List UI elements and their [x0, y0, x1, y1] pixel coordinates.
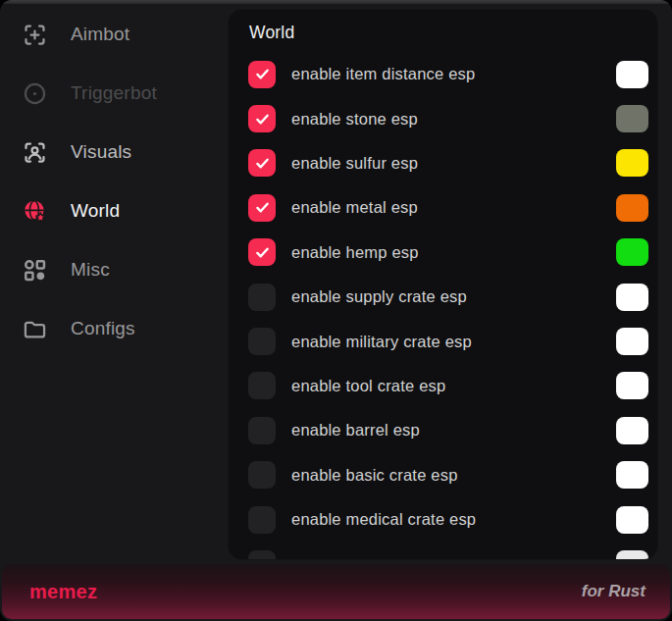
- esp-checkbox[interactable]: [248, 105, 276, 132]
- shapes-grid-icon: [22, 257, 48, 284]
- esp-label: enable basic crate esp: [291, 466, 458, 485]
- folder-icon: [22, 316, 48, 342]
- esp-label: enable barrel esp: [291, 421, 420, 440]
- esp-color-swatch[interactable]: [616, 417, 648, 444]
- esp-label: enable item distance esp: [291, 65, 475, 83]
- esp-row-10[interactable]: enable medical crate esp: [229, 497, 657, 542]
- sidebar-item-label: Visuals: [71, 141, 131, 163]
- footer-bar: memez for Rust: [2, 564, 670, 619]
- sidebar: Aimbot Triggerbot Visuals World Misc Con…: [0, 5, 229, 358]
- esp-color-swatch[interactable]: [616, 284, 648, 311]
- esp-checkbox[interactable]: [248, 194, 276, 222]
- sidebar-item-label: Triggerbot: [71, 82, 157, 104]
- esp-label: enable stone esp: [291, 110, 418, 129]
- sidebar-item-misc[interactable]: Misc: [0, 240, 229, 299]
- esp-label: enable hemp esp: [291, 243, 419, 262]
- esp-color-swatch[interactable]: [616, 372, 648, 399]
- esp-color-swatch[interactable]: [616, 461, 648, 489]
- esp-color-swatch[interactable]: [616, 61, 648, 88]
- esp-row-11[interactable]: [229, 542, 657, 559]
- sidebar-item-triggerbot[interactable]: Triggerbot: [0, 64, 229, 123]
- esp-row-8[interactable]: enable barrel esp: [229, 408, 657, 452]
- esp-color-swatch[interactable]: [616, 506, 648, 534]
- esp-row-9[interactable]: enable basic crate esp: [229, 453, 657, 497]
- esp-checkbox[interactable]: [248, 506, 276, 534]
- esp-color-swatch[interactable]: [616, 238, 648, 266]
- sidebar-item-visuals[interactable]: Visuals: [0, 123, 229, 181]
- globe-star-icon: [22, 198, 48, 225]
- sidebar-item-world[interactable]: World: [0, 181, 229, 240]
- esp-color-swatch[interactable]: [616, 105, 648, 132]
- sidebar-item-label: Configs: [71, 318, 135, 339]
- check-icon: [254, 199, 271, 216]
- esp-color-swatch[interactable]: [616, 550, 648, 559]
- esp-label: enable metal esp: [291, 198, 418, 217]
- menu-window: Aimbot Triggerbot Visuals World Misc Con…: [0, 0, 672, 621]
- esp-row-4[interactable]: enable hemp esp: [229, 231, 657, 275]
- esp-row-3[interactable]: enable metal esp: [229, 185, 657, 230]
- app-window: Aimbot Triggerbot Visuals World Misc Con…: [0, 0, 672, 621]
- esp-label: enable tool crate esp: [291, 377, 445, 395]
- user-scan-icon: [22, 139, 48, 166]
- esp-color-swatch[interactable]: [616, 328, 648, 355]
- esp-checkbox[interactable]: [248, 149, 276, 177]
- esp-checkbox[interactable]: [248, 238, 276, 266]
- esp-checkbox[interactable]: [248, 328, 276, 355]
- esp-row-6[interactable]: enable military crate esp: [229, 319, 657, 363]
- esp-checkbox[interactable]: [248, 461, 276, 489]
- panel-title: World: [249, 23, 657, 43]
- esp-rows: enable item distance esp enable stone es…: [229, 52, 657, 559]
- esp-label: enable military crate esp: [291, 333, 472, 351]
- esp-checkbox[interactable]: [248, 372, 276, 399]
- sidebar-item-label: Misc: [71, 259, 110, 281]
- esp-color-swatch[interactable]: [616, 194, 648, 222]
- esp-checkbox[interactable]: [248, 417, 276, 444]
- esp-row-1[interactable]: enable stone esp: [229, 96, 657, 140]
- esp-color-swatch[interactable]: [616, 149, 648, 177]
- sidebar-item-label: Aimbot: [71, 24, 129, 45]
- esp-checkbox[interactable]: [248, 550, 276, 559]
- brand-name: memez: [29, 581, 97, 603]
- check-icon: [254, 111, 271, 128]
- sidebar-item-configs[interactable]: Configs: [0, 299, 229, 358]
- esp-label: enable sulfur esp: [291, 154, 418, 173]
- circle-dot-icon: [22, 80, 48, 107]
- esp-row-0[interactable]: enable item distance esp: [229, 52, 657, 96]
- sidebar-item-label: World: [71, 200, 120, 222]
- sidebar-item-aimbot[interactable]: Aimbot: [0, 5, 229, 64]
- brand-tagline: for Rust: [582, 582, 646, 601]
- esp-row-2[interactable]: enable sulfur esp: [229, 141, 657, 185]
- check-icon: [254, 155, 271, 172]
- esp-label: enable supply crate esp: [291, 287, 467, 306]
- esp-row-5[interactable]: enable supply crate esp: [229, 275, 657, 319]
- check-icon: [254, 66, 271, 82]
- esp-checkbox[interactable]: [248, 61, 276, 88]
- esp-label: enable medical crate esp: [291, 510, 476, 529]
- check-icon: [254, 244, 271, 261]
- crosshair-scan-icon: [22, 22, 48, 48]
- world-panel: World enable item distance esp enable st…: [229, 10, 657, 559]
- esp-checkbox[interactable]: [248, 284, 276, 311]
- esp-row-7[interactable]: enable tool crate esp: [229, 364, 657, 408]
